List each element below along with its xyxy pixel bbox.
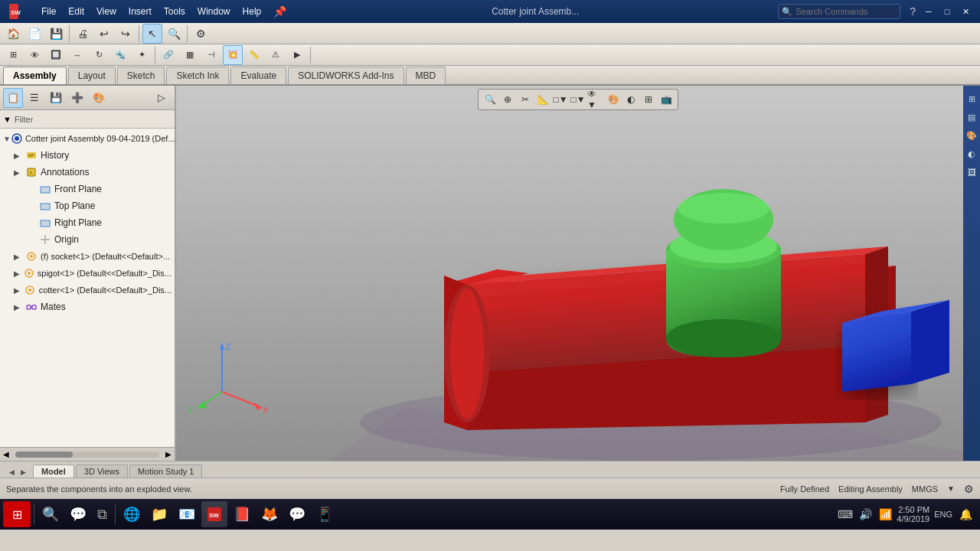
mirror-components[interactable]: ⊣ bbox=[201, 45, 221, 65]
taskbar-task-view[interactable]: ⧉ bbox=[93, 501, 112, 527]
tree-item-annotations[interactable]: ▶ A Annotations bbox=[0, 164, 175, 181]
taskbar-ie[interactable]: 🌐 bbox=[119, 501, 145, 527]
menu-file[interactable]: File bbox=[35, 5, 62, 18]
move-component[interactable]: ↔ bbox=[67, 45, 87, 65]
taskbar-firefox[interactable]: 🦊 bbox=[256, 501, 283, 527]
taskbar-cortana[interactable]: 💬 bbox=[65, 501, 91, 527]
menu-insert[interactable]: Insert bbox=[122, 5, 158, 18]
tab-motion-study[interactable]: Motion Study 1 bbox=[129, 465, 202, 478]
taskbar-whatsapp[interactable]: 💬 bbox=[284, 501, 310, 527]
taskbar-mail[interactable]: 📧 bbox=[174, 501, 200, 527]
taskbar-explorer[interactable]: 📁 bbox=[146, 501, 172, 527]
appearance-manager-icon[interactable]: 🎨 bbox=[89, 88, 109, 108]
linear-pattern[interactable]: ▦ bbox=[180, 45, 200, 65]
print-button[interactable]: 🖨 bbox=[73, 24, 93, 44]
section-view[interactable]: ✂ bbox=[517, 91, 534, 108]
view-palette-icon[interactable]: ⊞ bbox=[965, 92, 978, 106]
maximize-button[interactable]: □ bbox=[939, 3, 956, 20]
tree-item-mates[interactable]: ▶ Mates bbox=[0, 298, 175, 315]
tray-network[interactable]: 📶 bbox=[877, 506, 893, 523]
tree-item-spigot[interactable]: ▶ spigot<1> (Default<<Default>_Dis... bbox=[0, 265, 175, 282]
display-states-icon[interactable]: ▤ bbox=[965, 110, 978, 124]
units-dropdown-icon[interactable]: ▼ bbox=[947, 484, 955, 493]
tab-3d-views[interactable]: 3D Views bbox=[76, 465, 128, 478]
taskbar-search[interactable]: 🔍 bbox=[38, 501, 64, 527]
view-settings[interactable]: ⊞ bbox=[640, 91, 657, 108]
panel-scrollbar[interactable]: ◀ ▶ bbox=[0, 447, 175, 461]
options-button[interactable]: ⚙ bbox=[191, 24, 211, 44]
search-box[interactable]: 🔍 bbox=[778, 4, 900, 19]
tree-item-top-plane[interactable]: ▶ Top Plane bbox=[0, 197, 175, 214]
zoom-button[interactable]: 🔍 bbox=[164, 24, 184, 44]
measure-tool[interactable]: 📐 bbox=[534, 91, 551, 108]
tab-solidworks-addins[interactable]: SOLIDWORKS Add-Ins bbox=[288, 67, 403, 84]
settings-icon[interactable]: ⚙ bbox=[964, 483, 974, 495]
feature-manager-icon[interactable]: 📋 bbox=[3, 88, 23, 108]
assembly-features[interactable]: ✦ bbox=[132, 45, 152, 65]
tray-volume[interactable]: 🔊 bbox=[857, 506, 874, 523]
tree-item-right-plane[interactable]: ▶ Right Plane bbox=[0, 214, 175, 231]
scroll-left-tab[interactable]: ◀ bbox=[6, 467, 17, 478]
edit-appearance[interactable]: 🎨 bbox=[605, 91, 622, 108]
tab-sketch-ink[interactable]: Sketch Ink bbox=[166, 67, 229, 84]
tray-notification[interactable]: 🔔 bbox=[957, 506, 974, 523]
expand-panel-icon[interactable]: ▷ bbox=[152, 88, 172, 108]
select-button[interactable]: ↖ bbox=[142, 24, 162, 44]
tree-item-front-plane[interactable]: ▶ Front Plane bbox=[0, 181, 175, 197]
scene-bg[interactable]: ◐ bbox=[622, 91, 639, 108]
search-input[interactable] bbox=[795, 7, 887, 16]
menu-help[interactable]: Help bbox=[237, 5, 268, 18]
tree-root[interactable]: ▼ Cotter joint Assembly 09-04-2019 (Def.… bbox=[0, 130, 175, 147]
taskbar-extra[interactable]: 📱 bbox=[312, 501, 338, 527]
zoom-in[interactable]: ⊕ bbox=[499, 91, 516, 108]
scroll-left[interactable]: ◀ bbox=[0, 449, 12, 460]
change-suppression[interactable]: 🔲 bbox=[46, 45, 66, 65]
tab-sketch[interactable]: Sketch bbox=[117, 67, 165, 84]
exploded-view[interactable]: 💥 bbox=[223, 45, 243, 65]
start-button[interactable]: ⊞ bbox=[3, 501, 31, 527]
3d-viewport[interactable]: 🔍 ⊕ ✂ 📐 □▼ □▼ 👁▼ 🎨 ◐ ⊞ 📺 bbox=[176, 86, 980, 461]
appearance-icon[interactable]: 🎨 bbox=[965, 129, 978, 142]
insert-component[interactable]: ⊞ bbox=[3, 45, 23, 65]
scroll-track[interactable] bbox=[15, 452, 159, 458]
hide-show[interactable]: 👁 bbox=[24, 45, 44, 65]
close-button[interactable]: ✕ bbox=[957, 3, 974, 20]
tab-model[interactable]: Model bbox=[33, 465, 74, 478]
view-orientation[interactable]: □▼ bbox=[570, 91, 586, 108]
scroll-thumb[interactable] bbox=[15, 452, 73, 458]
menu-edit[interactable]: Edit bbox=[62, 5, 90, 18]
tab-assembly[interactable]: Assembly bbox=[3, 67, 67, 84]
clock[interactable]: 2:50 PM 4/9/2019 bbox=[897, 505, 929, 523]
simulation[interactable]: ▶ bbox=[287, 45, 307, 65]
configuration-manager-icon[interactable]: 💾 bbox=[46, 88, 66, 108]
taskbar-acrobat[interactable]: 📕 bbox=[229, 501, 255, 527]
new-button[interactable]: 🏠 bbox=[3, 24, 23, 44]
interference-detection[interactable]: ⚠ bbox=[266, 45, 286, 65]
rotate-component[interactable]: ↻ bbox=[89, 45, 109, 65]
taskbar-sw[interactable]: SW bbox=[201, 501, 227, 527]
menu-tools[interactable]: Tools bbox=[158, 5, 191, 18]
property-manager-icon[interactable]: ☰ bbox=[24, 88, 44, 108]
tab-layout[interactable]: Layout bbox=[68, 67, 116, 84]
tree-item-origin[interactable]: ▶ Origin bbox=[0, 231, 175, 248]
save-button[interactable]: 💾 bbox=[46, 24, 66, 44]
hide-show-items[interactable]: 👁▼ bbox=[587, 91, 604, 108]
smart-fasteners[interactable]: 🔩 bbox=[110, 45, 130, 65]
add-manager-icon[interactable]: ➕ bbox=[67, 88, 87, 108]
tray-keyboard[interactable]: ⌨ bbox=[837, 506, 854, 523]
tab-mbd[interactable]: MBD bbox=[406, 67, 446, 84]
help-icon[interactable]: ? bbox=[906, 5, 919, 18]
mate-button[interactable]: 🔗 bbox=[158, 45, 178, 65]
tab-evaluate[interactable]: Evaluate bbox=[230, 67, 286, 84]
scroll-right-tab[interactable]: ▶ bbox=[18, 467, 28, 478]
tree-item-history[interactable]: ▶ History bbox=[0, 147, 175, 164]
tree-item-socket[interactable]: ▶ (f) socket<1> (Default<<Default>... bbox=[0, 248, 175, 265]
display-mode[interactable]: □▼ bbox=[552, 91, 569, 108]
tray-language[interactable]: ENG bbox=[933, 510, 954, 519]
menu-view[interactable]: View bbox=[90, 5, 122, 18]
scroll-right[interactable]: ▶ bbox=[162, 449, 175, 460]
scene-icon[interactable]: ◐ bbox=[965, 147, 978, 161]
explode-line[interactable]: 📏 bbox=[244, 45, 264, 65]
redo-button[interactable]: ↪ bbox=[116, 24, 136, 44]
undo-button[interactable]: ↩ bbox=[94, 24, 114, 44]
